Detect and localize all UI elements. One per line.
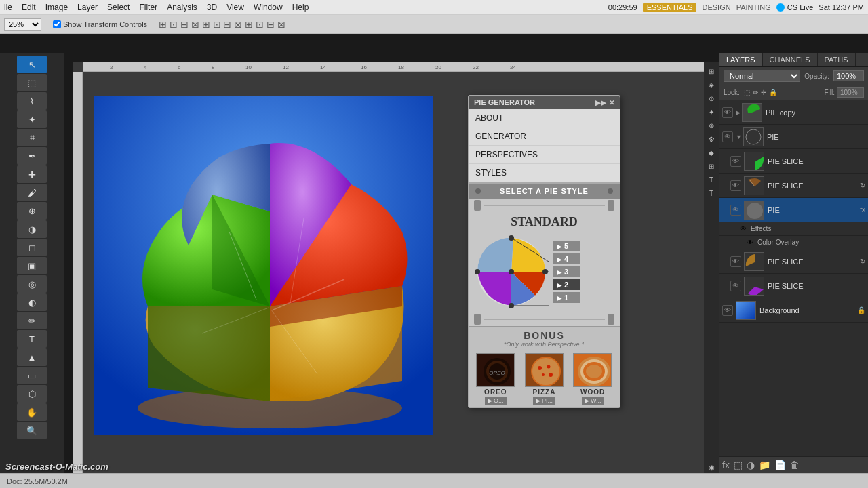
layer-visibility-pie-copy[interactable]: 👁 — [722, 107, 733, 118]
menu-filter[interactable]: Filter — [139, 3, 157, 12]
add-mask-btn[interactable]: ⬚ — [734, 460, 743, 470]
tool-move[interactable]: ↖ — [17, 56, 47, 73]
pie-gen-about[interactable]: ABOUT — [469, 109, 620, 127]
adjustment-btn[interactable]: ◑ — [747, 460, 755, 470]
pie-gen-perspectives[interactable]: PERSPECTIVES — [469, 146, 620, 164]
tool-path-select[interactable]: ▲ — [17, 348, 47, 366]
layer-visibility-pie-group[interactable]: 👁 — [722, 131, 733, 142]
tool-shape[interactable]: ▭ — [17, 367, 47, 384]
menu-layer[interactable]: Layer — [77, 3, 98, 12]
menu-help[interactable]: Help — [292, 3, 309, 12]
pie-gen-generator[interactable]: GENERATOR — [469, 127, 620, 146]
layer-visibility-background[interactable]: 👁 — [722, 305, 733, 316]
tool-dodge[interactable]: ◐ — [17, 293, 47, 311]
color-overlay-vis[interactable]: 👁 — [747, 239, 755, 247]
bottom-slider-right[interactable] — [608, 314, 614, 325]
zoom-select[interactable]: 25% 50% 100% — [4, 18, 41, 30]
tool-zoom[interactable]: 🔍 — [17, 422, 47, 439]
layer-item-pie-slice-4[interactable]: 👁 PIE SLICE — [719, 274, 868, 298]
tool-brush[interactable]: 🖌 — [17, 184, 47, 201]
pizza-action-btn[interactable]: ▶ PI... — [533, 396, 555, 405]
show-transform-checkbox[interactable] — [53, 20, 61, 28]
delete-layer-btn[interactable]: 🗑 — [790, 460, 800, 470]
bonus-oreo[interactable]: OREO OREO ▶ O... — [473, 353, 519, 405]
design-btn[interactable]: DESIGN — [702, 3, 730, 12]
panel-tool-6[interactable]: ◆ — [705, 146, 717, 159]
tool-history[interactable]: ◑ — [17, 220, 47, 238]
new-group-btn[interactable]: 📁 — [759, 460, 770, 470]
tool-type[interactable]: T — [17, 330, 47, 348]
layer-item-pie-copy[interactable]: 👁 ▶ PIE copy — [719, 100, 868, 125]
slice-4-btn[interactable]: ▶4 — [553, 253, 580, 264]
tool-hand[interactable]: ✋ — [17, 403, 47, 421]
pie-gen-close[interactable]: ✕ — [609, 99, 614, 106]
layer-item-pie-slice-2[interactable]: 👁 PIE SLICE ↻ — [719, 174, 868, 198]
layer-visibility-pie[interactable]: 👁 — [730, 205, 741, 216]
panel-tool-1[interactable]: ◈ — [705, 79, 717, 91]
tool-gradient[interactable]: ▣ — [17, 257, 47, 274]
lock-position-btn[interactable]: ✛ — [761, 89, 766, 96]
panel-tool-7[interactable]: ⊞ — [705, 160, 717, 172]
panel-tool-9[interactable]: T — [705, 187, 717, 199]
collapse-pie-copy[interactable]: ▶ — [736, 109, 741, 116]
mini-pie-chart[interactable] — [474, 235, 549, 309]
lock-transparent-btn[interactable]: ⬚ — [744, 89, 750, 96]
layer-visibility-pie-slice-3[interactable]: 👁 — [730, 256, 741, 267]
panel-tool-10[interactable]: ◉ — [705, 461, 717, 473]
bonus-wood[interactable]: WOOD ▶ W... — [570, 353, 616, 405]
layer-visibility-pie-slice-2[interactable]: 👁 — [730, 180, 741, 191]
add-style-btn[interactable]: fx — [722, 460, 730, 470]
new-layer-btn[interactable]: 📄 — [774, 460, 786, 470]
blend-mode-select[interactable]: Normal Multiply Screen — [724, 70, 800, 82]
tool-heal[interactable]: ✚ — [17, 165, 47, 183]
slider-handle-left[interactable] — [474, 200, 481, 211]
pie-gen-expand[interactable]: ▶▶ — [595, 99, 606, 106]
panel-tool-3[interactable]: ✦ — [705, 106, 717, 118]
slice-3-btn[interactable]: ▶3 — [553, 266, 580, 277]
lock-all-btn[interactable]: 🔒 — [769, 89, 777, 96]
effect-vis-icon[interactable]: 👁 — [740, 225, 748, 233]
layer-item-background[interactable]: 👁 Background 🔒 — [719, 298, 868, 323]
oreo-action-btn[interactable]: ▶ O... — [485, 396, 507, 405]
menu-select[interactable]: Select — [107, 3, 130, 12]
document-canvas[interactable] — [94, 96, 433, 435]
layer-visibility-pie-slice-4[interactable]: 👁 — [730, 281, 741, 291]
bonus-pizza[interactable]: PIZZA ▶ PI... — [521, 353, 568, 405]
tool-crop[interactable]: ⌗ — [17, 129, 47, 146]
panel-expand-btn[interactable]: ⊞ — [705, 65, 717, 77]
tool-lasso[interactable]: ⌇ — [17, 92, 47, 110]
slider-handle-right[interactable] — [608, 200, 614, 211]
collapse-pie-group[interactable]: ▼ — [736, 134, 742, 140]
pie-gen-styles[interactable]: STYLES — [469, 164, 620, 182]
bottom-slider-left[interactable] — [474, 314, 481, 325]
tool-select[interactable]: ⬚ — [17, 74, 47, 92]
tab-paths[interactable]: PATHS — [818, 53, 856, 66]
tool-pen[interactable]: ✏ — [17, 312, 47, 329]
slice-5-btn[interactable]: ▶5 — [553, 241, 580, 251]
layer-item-pie[interactable]: 👁 PIE fx — [719, 198, 868, 222]
menu-analysis[interactable]: Analysis — [167, 3, 197, 12]
panel-tool-4[interactable]: ⊛ — [705, 119, 717, 131]
tab-layers[interactable]: LAYERS — [719, 53, 763, 66]
fill-value[interactable]: 100% — [837, 87, 864, 98]
layer-visibility-pie-slice-1[interactable]: 👁 — [730, 156, 741, 167]
essentials-btn[interactable]: ESSENTIALS — [643, 3, 697, 12]
panel-tool-8[interactable]: T — [705, 174, 717, 186]
tool-3d[interactable]: ⬡ — [17, 385, 47, 403]
menu-edit[interactable]: Edit — [22, 3, 36, 12]
lock-image-btn[interactable]: ✏ — [753, 89, 758, 96]
slice-2-btn[interactable]: ▶2 — [553, 279, 580, 290]
layer-item-pie-slice-1[interactable]: 👁 PIE SLICE — [719, 149, 868, 174]
layer-list[interactable]: 👁 ▶ PIE copy 👁 ▼ PIE 👁 — [719, 100, 868, 456]
layer-item-pie-group[interactable]: 👁 ▼ PIE — [719, 125, 868, 149]
menu-ile[interactable]: ile — [4, 3, 12, 12]
menu-3d[interactable]: 3D — [207, 3, 217, 12]
tool-eraser[interactable]: ◻ — [17, 239, 47, 256]
layer-item-pie-slice-3[interactable]: 👁 PIE SLICE ↻ — [719, 249, 868, 274]
tool-clone[interactable]: ⊕ — [17, 202, 47, 220]
opacity-value[interactable]: 100% — [833, 70, 864, 81]
slice-1-btn[interactable]: ▶1 — [553, 292, 580, 303]
tool-magic-wand[interactable]: ✦ — [17, 110, 47, 128]
menu-image[interactable]: Image — [45, 3, 68, 12]
painting-btn[interactable]: PAINTING — [736, 3, 771, 12]
